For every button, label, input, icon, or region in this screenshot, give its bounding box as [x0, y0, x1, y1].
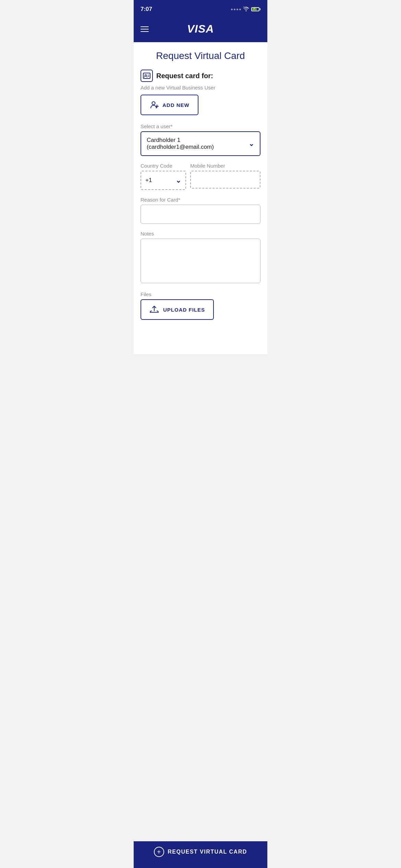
- request-card-for-header: Request card for:: [141, 70, 260, 82]
- user-card-icon: [141, 70, 153, 82]
- app-header: VISA: [134, 17, 267, 42]
- signal-dots-icon: [231, 9, 241, 10]
- mobile-number-field: Mobile Number: [190, 163, 260, 190]
- phone-frame: 7:07: [134, 0, 267, 354]
- add-new-label: ADD NEW: [162, 102, 190, 108]
- country-code-value: +1: [145, 177, 152, 184]
- mobile-number-label: Mobile Number: [190, 163, 260, 169]
- user-select-value: Cardholder 1 (cardholder1@email.com): [147, 137, 248, 150]
- request-card-for-title: Request card for:: [156, 72, 213, 80]
- notes-label: Notes: [141, 231, 260, 237]
- country-code-chevron-icon: ⌄: [175, 176, 181, 184]
- reason-input[interactable]: [141, 205, 260, 224]
- user-select[interactable]: Cardholder 1 (cardholder1@email.com) ⌄: [141, 131, 260, 156]
- mobile-number-input[interactable]: [190, 171, 260, 189]
- notes-textarea[interactable]: [141, 239, 260, 283]
- wifi-icon: [243, 7, 249, 12]
- page-title: Request Virtual Card: [141, 50, 260, 61]
- visa-logo: VISA: [187, 23, 214, 35]
- svg-point-4: [152, 102, 155, 105]
- reason-label: Reason for Card*: [141, 197, 260, 203]
- menu-icon[interactable]: [141, 26, 149, 32]
- country-code-label: Country Code: [141, 163, 186, 169]
- upload-label: UPLOAD FILES: [163, 307, 205, 313]
- add-new-button[interactable]: ADD NEW: [141, 95, 198, 115]
- battery-icon: [251, 7, 260, 11]
- phone-row: Country Code +1 ⌄ Mobile Number: [141, 163, 260, 190]
- user-select-label: Select a user*: [141, 123, 260, 129]
- upload-icon: [149, 305, 159, 314]
- add-user-icon: [149, 100, 159, 110]
- files-label: Files: [141, 291, 260, 297]
- page-content: Request Virtual Card Request card for: A…: [134, 42, 267, 354]
- status-time: 7:07: [141, 6, 152, 13]
- country-code-field: Country Code +1 ⌄: [141, 163, 186, 190]
- upload-files-button[interactable]: UPLOAD FILES: [141, 299, 214, 320]
- status-icons: [231, 7, 260, 12]
- status-bar: 7:07: [134, 0, 267, 17]
- chevron-down-icon: ⌄: [248, 140, 254, 148]
- country-code-select[interactable]: +1 ⌄: [141, 171, 186, 190]
- add-user-subtitle: Add a new Virtual Business User: [141, 85, 260, 91]
